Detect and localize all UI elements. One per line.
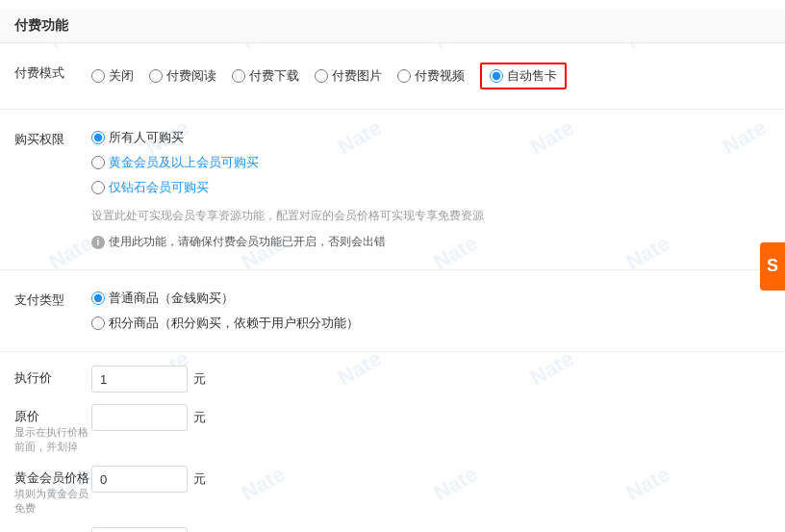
original-price-row: 原价 显示在执行价格前面，并划掉 元 [0, 398, 785, 460]
gold-price-input[interactable] [91, 466, 188, 493]
payment-mode-options: 关闭 付费阅读 付费下载 付费图片 [91, 63, 567, 89]
purchase-limit-all[interactable]: 所有人可购买 [91, 129, 484, 146]
payment-type-options: 普通商品（金钱购买） 积分商品（积分购买，依赖于用户积分功能） [91, 290, 359, 332]
gold-price-group: 元 [91, 466, 206, 493]
purchase-limit-hint: 设置此处可实现会员专享资源功能，配置对应的会员价格可实现专享免费资源 [91, 208, 484, 224]
info-icon: i [91, 236, 105, 249]
execute-price-group: 元 [91, 366, 206, 393]
payment-mode-off[interactable]: 关闭 [91, 67, 134, 85]
diamond-price-group: 元 [91, 527, 206, 532]
diamond-price-input[interactable] [91, 527, 188, 532]
purchase-limit-diamond[interactable]: 仅钻石会员可购买 [91, 179, 484, 196]
original-price-group: 元 [91, 404, 206, 431]
diamond-price-row: 钻石会员价格 填则为钻石会员免费 元 [0, 521, 785, 532]
gold-price-unit: 元 [193, 470, 206, 488]
payment-mode-row: 付费模式 关闭 付费阅读 付费下载 [0, 55, 785, 97]
gold-price-row: 黄金会员价格 填则为黄金会员免费 元 [0, 460, 785, 521]
diamond-price-label: 钻石会员价格 填则为钻石会员免费 [14, 527, 91, 532]
section-title: 付费功能 [0, 10, 785, 43]
execute-price-unit: 元 [193, 370, 206, 388]
payment-type-normal[interactable]: 普通商品（金钱购买） [91, 290, 359, 307]
payment-mode-download[interactable]: 付费下载 [232, 67, 299, 85]
execute-price-label: 执行价 [14, 366, 91, 387]
original-price-unit: 元 [193, 409, 206, 426]
purchase-limit-info: i 使用此功能，请确保付费会员功能已开启，否则会出错 [91, 234, 484, 250]
execute-price-input[interactable] [91, 366, 188, 393]
execute-price-row: 执行价 元 [0, 360, 785, 398]
payment-type-points[interactable]: 积分商品（积分购买，依赖于用户积分功能） [91, 315, 359, 332]
payment-type-label: 支付类型 [14, 290, 91, 309]
payment-mode-video[interactable]: 付费视频 [397, 67, 465, 85]
purchase-limit-options: 所有人可购买 黄金会员及以上会员可购买 仅钻石会员可购买 设置此处可实现会员专享… [91, 129, 484, 250]
payment-mode-read[interactable]: 付费阅读 [149, 67, 216, 85]
purchase-limit-row: 购买权限 所有人可购买 黄金会员及以上会员可购买 仅钻石会员可购买 [0, 121, 785, 258]
payment-mode-autocard[interactable]: 自动售卡 [480, 63, 567, 89]
original-price-label: 原价 显示在执行价格前面，并划掉 [14, 404, 91, 454]
payment-mode-image[interactable]: 付费图片 [315, 67, 382, 85]
purchase-limit-label: 购买权限 [14, 129, 91, 148]
payment-type-row: 支付类型 普通商品（金钱购买） 积分商品（积分购买，依赖于用户积分功能） [0, 282, 785, 340]
gold-price-label: 黄金会员价格 填则为黄金会员免费 [14, 466, 91, 516]
purchase-limit-gold[interactable]: 黄金会员及以上会员可购买 [91, 154, 484, 171]
payment-mode-label: 付费模式 [14, 63, 91, 82]
original-price-input[interactable] [91, 404, 188, 431]
